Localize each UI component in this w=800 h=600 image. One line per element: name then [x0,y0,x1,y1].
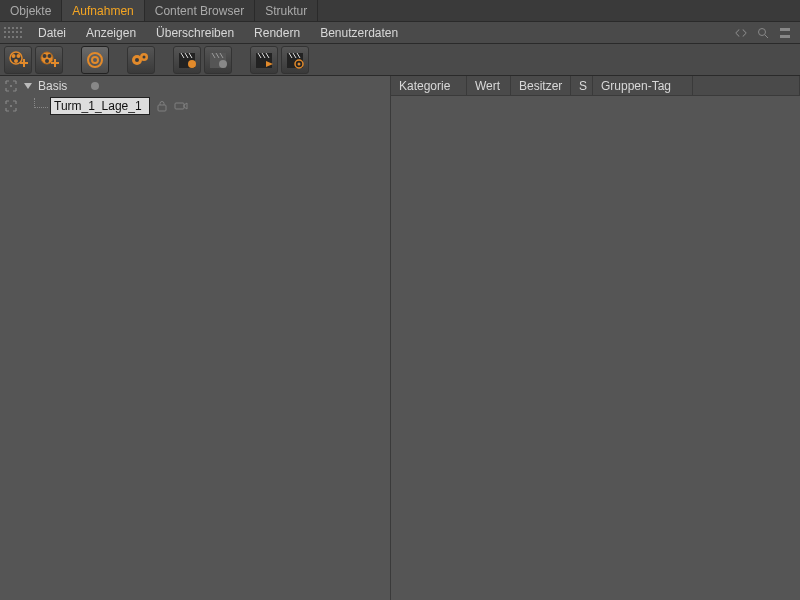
search-icon[interactable] [756,26,770,40]
layout-icon[interactable] [778,26,792,40]
tab-bar: Objekte Aufnahmen Content Browser Strukt… [0,0,800,22]
svg-point-47 [10,85,12,87]
btn-add-take-2[interactable] [35,46,63,74]
properties-panel: Kategorie Wert Besitzer S Gruppen-Tag [390,76,800,600]
svg-point-12 [48,54,52,58]
svg-point-33 [219,60,227,68]
col-s[interactable]: S [571,76,593,95]
tree-root-label[interactable]: Basis [34,77,71,95]
svg-point-21 [143,55,146,58]
btn-auto-take[interactable] [81,46,109,74]
menu-bar: Datei Anzeigen Überschreiben Rendern Ben… [0,22,800,44]
svg-point-6 [17,54,21,58]
svg-point-5 [12,54,16,58]
svg-point-0 [759,28,766,35]
col-besitzer[interactable]: Besitzer [511,76,571,95]
tab-objekte[interactable]: Objekte [0,0,62,21]
svg-marker-48 [24,83,32,89]
lock-icon[interactable] [156,100,168,112]
target-icon[interactable] [0,79,22,93]
col-gruppentag[interactable]: Gruppen-Tag [593,76,693,95]
col-wert[interactable]: Wert [467,76,511,95]
drag-handle-icon[interactable] [4,26,22,40]
svg-rect-3 [780,35,790,38]
svg-point-11 [43,54,47,58]
menu-right-icons [734,26,800,40]
svg-rect-51 [175,103,184,109]
main-area: Basis [0,76,800,600]
svg-point-16 [88,53,102,67]
btn-add-take-1[interactable] [4,46,32,74]
svg-rect-2 [780,28,790,31]
tree-row-root[interactable]: Basis [0,76,390,96]
camera-icon[interactable] [174,100,188,112]
btn-clapper-1[interactable] [173,46,201,74]
tree-connector [34,98,48,108]
child-icons [156,100,188,112]
svg-rect-9 [23,59,25,67]
menu-ueberschreiben[interactable]: Überschreiben [146,23,244,43]
app-window: Objekte Aufnahmen Content Browser Strukt… [0,0,800,600]
btn-clapper-3[interactable] [250,46,278,74]
svg-point-17 [92,57,98,63]
menu-rendern[interactable]: Rendern [244,23,310,43]
tree-panel: Basis [0,76,390,600]
status-dot[interactable] [91,82,99,90]
tree-child-rename-input[interactable] [50,97,150,115]
collapse-icon[interactable] [22,80,34,92]
btn-clapper-4[interactable] [281,46,309,74]
menu-benutzerdaten[interactable]: Benutzerdaten [310,23,408,43]
svg-point-7 [14,59,18,63]
target-icon[interactable] [0,99,22,113]
arrows-icon[interactable] [734,26,748,40]
tab-aufnahmen[interactable]: Aufnahmen [62,0,144,21]
col-spacer [693,76,800,95]
menu-datei[interactable]: Datei [28,23,76,43]
tree-row-child[interactable] [0,96,390,116]
toolbar [0,44,800,76]
svg-rect-50 [158,105,166,111]
tab-content-browser[interactable]: Content Browser [145,0,255,21]
svg-point-20 [135,58,139,62]
svg-point-27 [188,60,196,68]
col-kategorie[interactable]: Kategorie [391,76,467,95]
menu-anzeigen[interactable]: Anzeigen [76,23,146,43]
svg-line-1 [765,35,768,38]
column-headers: Kategorie Wert Besitzer S Gruppen-Tag [391,76,800,96]
btn-clapper-2[interactable] [204,46,232,74]
svg-point-49 [10,105,12,107]
svg-point-13 [45,59,49,63]
tab-struktur[interactable]: Struktur [255,0,318,21]
svg-point-46 [298,62,301,65]
svg-rect-15 [54,59,56,67]
btn-link-takes[interactable] [127,46,155,74]
